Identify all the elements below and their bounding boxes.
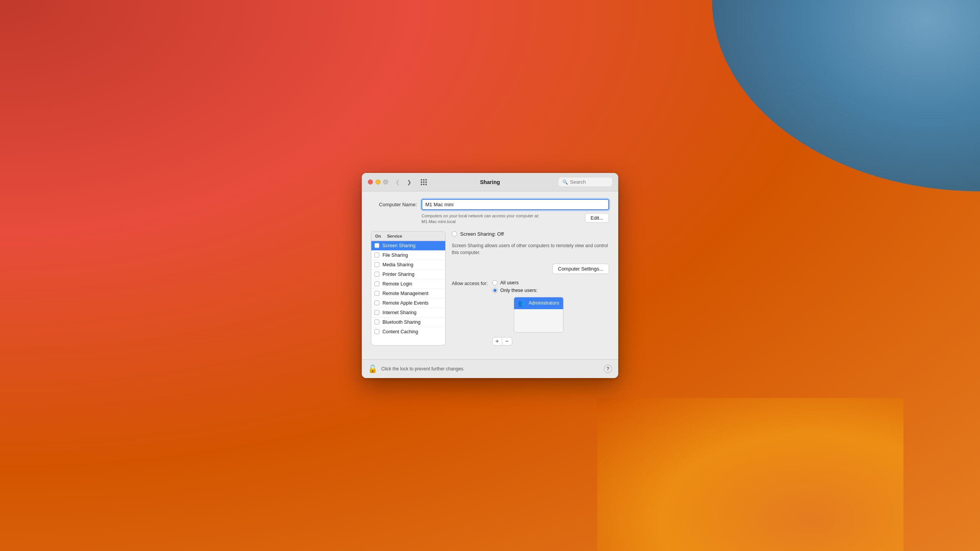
- service-label-content-caching: Content Caching: [382, 329, 418, 334]
- service-label-bluetooth-sharing: Bluetooth Sharing: [382, 320, 420, 325]
- grid-dot: [423, 179, 425, 181]
- users-buttons: + −: [492, 337, 564, 346]
- service-label-remote-login: Remote Login: [382, 281, 412, 287]
- service-checkbox-file-sharing[interactable]: [374, 253, 379, 258]
- radio-only-these-users[interactable]: [492, 288, 498, 293]
- service-item-remote-apple-events[interactable]: Remote Apple Events: [371, 298, 445, 308]
- service-item-media-sharing[interactable]: Media Sharing: [371, 260, 445, 270]
- grid-dot: [425, 181, 427, 183]
- allow-access-label: Allow access for:: [452, 280, 488, 286]
- service-checkbox-remote-login[interactable]: [374, 281, 379, 286]
- grid-dot: [425, 179, 427, 181]
- traffic-lights: [368, 179, 388, 184]
- access-option-all-users[interactable]: All users: [492, 280, 564, 285]
- access-option-only-these[interactable]: Only these users:: [492, 288, 564, 293]
- grid-icon: [421, 179, 427, 185]
- service-label-media-sharing: Media Sharing: [382, 262, 413, 267]
- service-checkbox-screen-sharing[interactable]: [374, 243, 379, 248]
- help-button[interactable]: ?: [604, 365, 612, 373]
- grid-dot: [421, 184, 422, 185]
- service-checkbox-internet-sharing[interactable]: [374, 310, 379, 315]
- computer-name-row: Computer Name:: [371, 199, 609, 210]
- service-checkbox-printer-sharing[interactable]: [374, 272, 379, 277]
- only-these-users-label: Only these users:: [500, 288, 537, 293]
- add-user-button[interactable]: +: [492, 337, 502, 346]
- service-checkbox-bluetooth-sharing[interactable]: [374, 320, 379, 324]
- right-panel: Screen Sharing: Off Screen Sharing allow…: [452, 231, 609, 346]
- window-title: Sharing: [480, 179, 500, 185]
- service-label-remote-management: Remote Management: [382, 291, 428, 296]
- grid-button[interactable]: [419, 178, 429, 186]
- users-empty-area: [514, 309, 563, 332]
- remove-user-button[interactable]: −: [502, 337, 512, 346]
- users-list: 👥 Administrators: [514, 297, 564, 333]
- computer-name-input[interactable]: [421, 199, 609, 210]
- forward-button[interactable]: ❯: [404, 178, 414, 186]
- edit-button[interactable]: Edit...: [585, 213, 609, 223]
- computer-name-label: Computer Name:: [371, 202, 417, 207]
- services-header: On Service: [371, 231, 445, 241]
- screen-sharing-status-radio: [452, 231, 457, 236]
- service-label-remote-apple-events: Remote Apple Events: [382, 300, 428, 306]
- service-label-printer-sharing: Printer Sharing: [382, 272, 414, 277]
- preferences-window: ❮ ❯ Sharing 🔍: [362, 173, 618, 378]
- content-area: Computer Name: Computers on your local n…: [362, 191, 618, 353]
- user-item-administrators[interactable]: 👥 Administrators: [514, 297, 563, 309]
- bottom-bar: 🔓 Click the lock to prevent further chan…: [362, 359, 618, 378]
- grid-dot: [423, 184, 425, 185]
- search-icon: 🔍: [562, 179, 568, 185]
- service-item-screen-sharing[interactable]: Screen Sharing: [371, 241, 445, 251]
- search-bar[interactable]: 🔍: [559, 178, 612, 186]
- service-label-screen-sharing: Screen Sharing: [382, 243, 415, 248]
- service-item-remote-management[interactable]: Remote Management: [371, 289, 445, 298]
- service-checkbox-remote-management[interactable]: [374, 291, 379, 296]
- titlebar: ❮ ❯ Sharing 🔍: [362, 173, 618, 191]
- main-pane: On Service Screen Sharing File Sharing: [371, 231, 609, 346]
- service-checkbox-content-caching[interactable]: [374, 329, 379, 334]
- grid-dot: [421, 181, 422, 183]
- search-input[interactable]: [570, 179, 608, 185]
- screen-sharing-description: Screen Sharing allows users of other com…: [452, 242, 609, 256]
- nav-buttons: ❮ ❯: [393, 178, 414, 186]
- services-panel: On Service Screen Sharing File Sharing: [371, 231, 446, 346]
- window-container: ❮ ❯ Sharing 🔍: [362, 173, 618, 378]
- allow-access-row: Allow access for: All users Only these u…: [452, 280, 609, 346]
- grid-dot: [423, 181, 425, 183]
- services-col-on: On: [375, 234, 381, 238]
- minimize-button[interactable]: [376, 179, 381, 184]
- service-label-internet-sharing: Internet Sharing: [382, 310, 416, 315]
- service-item-internet-sharing[interactable]: Internet Sharing: [371, 308, 445, 318]
- back-button[interactable]: ❮: [393, 178, 403, 186]
- radio-all-users[interactable]: [492, 280, 498, 285]
- service-item-printer-sharing[interactable]: Printer Sharing: [371, 270, 445, 279]
- network-info-row: Computers on your local network can acce…: [421, 213, 609, 225]
- services-col-service: Service: [387, 234, 402, 238]
- grid-dot: [425, 184, 427, 185]
- background-blob-orange: [597, 398, 903, 551]
- lock-icon[interactable]: 🔓: [368, 364, 377, 373]
- fullscreen-button[interactable]: [383, 179, 388, 184]
- service-checkbox-remote-apple-events[interactable]: [374, 300, 379, 305]
- close-button[interactable]: [368, 179, 373, 184]
- service-item-remote-login[interactable]: Remote Login: [371, 279, 445, 289]
- service-item-file-sharing[interactable]: File Sharing: [371, 251, 445, 260]
- service-item-content-caching[interactable]: Content Caching: [371, 327, 445, 336]
- screen-sharing-status-row: Screen Sharing: Off: [452, 231, 609, 237]
- user-name-administrators: Administrators: [529, 300, 559, 306]
- all-users-label: All users: [500, 280, 519, 285]
- lock-text: Click the lock to prevent further change…: [381, 366, 600, 372]
- computer-settings-button[interactable]: Computer Settings...: [552, 264, 609, 274]
- network-address-text: Computers on your local network can acce…: [421, 213, 539, 225]
- service-item-bluetooth-sharing[interactable]: Bluetooth Sharing: [371, 318, 445, 327]
- service-checkbox-media-sharing[interactable]: [374, 262, 379, 267]
- access-options: All users Only these users: 👥 Administra…: [492, 280, 564, 346]
- screen-sharing-title: Screen Sharing: Off: [460, 231, 504, 237]
- user-group-icon: 👥: [518, 300, 526, 307]
- grid-dot: [421, 179, 422, 181]
- service-label-file-sharing: File Sharing: [382, 253, 408, 258]
